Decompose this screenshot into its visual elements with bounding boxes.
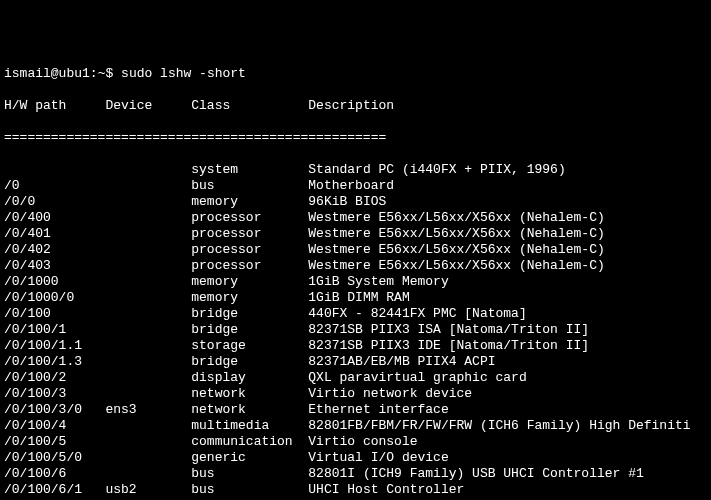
cell-class: display <box>191 370 308 385</box>
col-class: Class <box>191 98 230 113</box>
cell-class: processor <box>191 226 308 241</box>
table-row: /0/100/1 bridge 82371SB PIIX3 ISA [Natom… <box>4 322 707 338</box>
table-row: /0/100/6 bus 82801I (ICH9 Family) USB UH… <box>4 466 707 482</box>
table-row: system Standard PC (i440FX + PIIX, 1996) <box>4 162 707 178</box>
cell-device <box>105 354 191 369</box>
cell-hwpath: /0/100 <box>4 306 105 321</box>
cell-class: memory <box>191 290 308 305</box>
cell-class: system <box>191 162 308 177</box>
cell-hwpath: /0/100/4 <box>4 418 105 433</box>
cell-hwpath: /0/0 <box>4 194 105 209</box>
cell-class: bus <box>191 466 308 481</box>
cell-hwpath: /0/100/1.1 <box>4 338 105 353</box>
cell-class: network <box>191 402 308 417</box>
table-row: /0/100 bridge 440FX - 82441FX PMC [Natom… <box>4 306 707 322</box>
cell-hwpath <box>4 162 105 177</box>
cell-description: 440FX - 82441FX PMC [Natoma] <box>308 306 526 321</box>
cell-class: storage <box>191 338 308 353</box>
cell-device <box>105 322 191 337</box>
cell-hwpath: /0/100/3/0 <box>4 402 105 417</box>
cell-description: Westmere E56xx/L56xx/X56xx (Nehalem-C) <box>308 242 604 257</box>
table-row: /0/402 processor Westmere E56xx/L56xx/X5… <box>4 242 707 258</box>
cell-hwpath: /0/400 <box>4 210 105 225</box>
cell-hwpath: /0 <box>4 178 105 193</box>
table-row: /0/1000/0 memory 1GiB DIMM RAM <box>4 290 707 306</box>
cell-class: bridge <box>191 322 308 337</box>
cell-device: usb2 <box>105 482 191 497</box>
table-row: /0/401 processor Westmere E56xx/L56xx/X5… <box>4 226 707 242</box>
cell-hwpath: /0/401 <box>4 226 105 241</box>
cell-class: processor <box>191 242 308 257</box>
cell-description: Motherboard <box>308 178 394 193</box>
cell-device <box>105 338 191 353</box>
cell-class: multimedia <box>191 418 308 433</box>
cell-description: Virtio network device <box>308 386 472 401</box>
cell-class: communication <box>191 434 308 449</box>
table-row: /0/100/1.3 bridge 82371AB/EB/MB PIIX4 AC… <box>4 354 707 370</box>
prompt-dollar: $ <box>105 66 113 81</box>
cell-description: 82371AB/EB/MB PIIX4 ACPI <box>308 354 495 369</box>
table-body: system Standard PC (i440FX + PIIX, 1996)… <box>4 162 707 500</box>
command-text: sudo lshw -short <box>121 66 246 81</box>
table-row: /0/100/4 multimedia 82801FB/FBM/FR/FW/FR… <box>4 418 707 434</box>
cell-hwpath: /0/100/1.3 <box>4 354 105 369</box>
prompt-userhost: ismail@ubu1 <box>4 66 90 81</box>
cell-device <box>105 274 191 289</box>
table-row: /0/0 memory 96KiB BIOS <box>4 194 707 210</box>
table-row: /0/1000 memory 1GiB System Memory <box>4 274 707 290</box>
cell-hwpath: /0/100/6/1 <box>4 482 105 497</box>
cell-class: bus <box>191 178 308 193</box>
table-header: H/W path Device Class Description <box>4 98 707 114</box>
cell-class: memory <box>191 194 308 209</box>
cell-device: ens3 <box>105 402 191 417</box>
table-row: /0/100/5/0 generic Virtual I/O device <box>4 450 707 466</box>
cell-device <box>105 162 191 177</box>
cell-class: memory <box>191 274 308 289</box>
cell-hwpath: /0/100/1 <box>4 322 105 337</box>
cell-class: processor <box>191 258 308 273</box>
cell-description: 82801FB/FBM/FR/FW/FRW (ICH6 Family) High… <box>308 418 690 433</box>
cell-description: UHCI Host Controller <box>308 482 464 497</box>
cell-device <box>105 306 191 321</box>
cell-description: Westmere E56xx/L56xx/X56xx (Nehalem-C) <box>308 210 604 225</box>
cell-device <box>105 242 191 257</box>
cell-hwpath: /0/100/6 <box>4 466 105 481</box>
col-description: Description <box>308 98 394 113</box>
cell-description: Virtual I/O device <box>308 450 448 465</box>
prompt-line[interactable]: ismail@ubu1:~$ sudo lshw -short <box>4 66 707 82</box>
col-hwpath: H/W path <box>4 98 66 113</box>
cell-class: processor <box>191 210 308 225</box>
cell-hwpath: /0/100/5 <box>4 434 105 449</box>
cell-class: network <box>191 386 308 401</box>
table-row: /0/403 processor Westmere E56xx/L56xx/X5… <box>4 258 707 274</box>
table-row: /0 bus Motherboard <box>4 178 707 194</box>
cell-description: Standard PC (i440FX + PIIX, 1996) <box>308 162 565 177</box>
cell-device <box>105 258 191 273</box>
cell-device <box>105 178 191 193</box>
divider-line: ========================================… <box>4 130 707 146</box>
cell-hwpath: /0/1000/0 <box>4 290 105 305</box>
cell-class: bridge <box>191 306 308 321</box>
cell-hwpath: /0/403 <box>4 258 105 273</box>
cell-hwpath: /0/100/2 <box>4 370 105 385</box>
cell-device <box>105 194 191 209</box>
cell-device <box>105 290 191 305</box>
cell-description: 82371SB PIIX3 ISA [Natoma/Triton II] <box>308 322 589 337</box>
cell-hwpath: /0/402 <box>4 242 105 257</box>
table-row: /0/100/1.1 storage 82371SB PIIX3 IDE [Na… <box>4 338 707 354</box>
cell-description: Westmere E56xx/L56xx/X56xx (Nehalem-C) <box>308 258 604 273</box>
table-row: /0/100/3 network Virtio network device <box>4 386 707 402</box>
cell-device <box>105 226 191 241</box>
cell-hwpath: /0/100/3 <box>4 386 105 401</box>
cell-device <box>105 210 191 225</box>
cell-description: 1GiB DIMM RAM <box>308 290 409 305</box>
cell-description: Ethernet interface <box>308 402 448 417</box>
cell-device <box>105 450 191 465</box>
cell-device <box>105 386 191 401</box>
cell-class: bus <box>191 482 308 497</box>
cell-description: QXL paravirtual graphic card <box>308 370 526 385</box>
table-row: /0/100/2 display QXL paravirtual graphic… <box>4 370 707 386</box>
cell-description: Westmere E56xx/L56xx/X56xx (Nehalem-C) <box>308 226 604 241</box>
table-row: /0/100/5 communication Virtio console <box>4 434 707 450</box>
table-row: /0/100/6/1 usb2 bus UHCI Host Controller <box>4 482 707 498</box>
